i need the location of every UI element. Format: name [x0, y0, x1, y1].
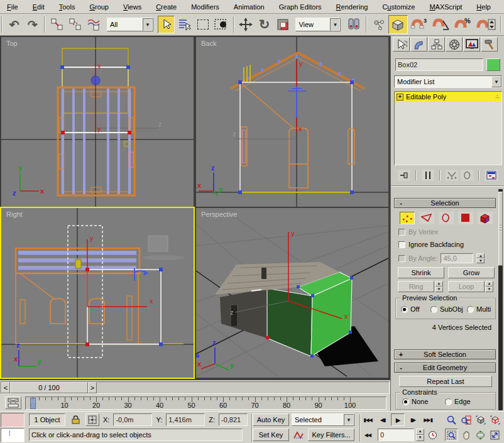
key-filters-button[interactable]: Key Filters...: [308, 429, 354, 441]
angle-snap-button[interactable]: [431, 16, 452, 33]
set-key-button[interactable]: Set Key: [253, 429, 289, 441]
min-max-toggle-button[interactable]: [488, 429, 501, 441]
auto-key-button[interactable]: Auto Key: [253, 413, 289, 426]
selection-lock-button[interactable]: [69, 413, 82, 426]
zoom-region-button[interactable]: [445, 429, 458, 441]
maxscript-listener-white[interactable]: |: [1, 428, 25, 442]
tab-utilities[interactable]: [481, 37, 498, 52]
z-coord-input[interactable]: [221, 416, 245, 424]
object-name-field[interactable]: [395, 58, 483, 71]
zoom-button[interactable]: [445, 413, 458, 426]
select-scale-button[interactable]: [274, 16, 291, 33]
pan-button[interactable]: [459, 429, 473, 441]
y-coord-input[interactable]: [168, 416, 202, 424]
select-rotate-button[interactable]: ↻: [256, 16, 273, 33]
menu-item-tools[interactable]: Tools: [57, 2, 77, 12]
redo-button[interactable]: ↷: [24, 16, 41, 33]
constraints-none-radio[interactable]: [402, 398, 409, 405]
object-color-swatch[interactable]: [486, 58, 500, 71]
by-angle-field[interactable]: [441, 253, 473, 263]
frame-spinner[interactable]: ▲▼: [416, 429, 424, 441]
go-to-end-button[interactable]: ▶▶▮: [421, 413, 435, 426]
coord-system-dropdown[interactable]: View ▼: [295, 18, 341, 31]
toolbar-handle[interactable]: [1, 16, 3, 33]
tab-hierarchy[interactable]: [428, 37, 445, 52]
menu-item-edit[interactable]: Edit: [31, 2, 47, 12]
z-coord-field[interactable]: [219, 413, 248, 426]
time-prev-button[interactable]: <: [1, 382, 10, 393]
absolute-offset-toggle[interactable]: [85, 413, 99, 426]
polygon-mode-button[interactable]: [458, 212, 473, 224]
menu-item-group[interactable]: Group: [87, 2, 111, 12]
configure-modifier-sets-button[interactable]: [485, 170, 498, 181]
border-mode-button[interactable]: [439, 212, 454, 224]
zoom-extents-all-button[interactable]: [488, 413, 501, 426]
by-angle-input[interactable]: [443, 254, 471, 262]
grow-button[interactable]: Grow: [448, 267, 495, 278]
maxscript-listener-pink[interactable]: [1, 413, 25, 427]
arc-rotate-button[interactable]: [474, 429, 487, 441]
select-manipulate-button[interactable]: [370, 16, 387, 33]
bind-spacewarp-button[interactable]: [85, 16, 102, 33]
unlink-button[interactable]: [67, 16, 84, 33]
rectangular-selection-button[interactable]: [194, 16, 211, 33]
loop-button[interactable]: Loop: [448, 281, 485, 292]
zoom-all-button[interactable]: [459, 413, 473, 426]
preview-multi-radio[interactable]: [467, 306, 474, 313]
tab-display[interactable]: [463, 37, 480, 52]
panel-scrollbar-thumb[interactable]: [498, 192, 503, 266]
select-object-button[interactable]: [158, 16, 175, 33]
preview-subobj-radio[interactable]: [430, 306, 437, 313]
preview-off-radio[interactable]: [401, 306, 408, 313]
current-frame-field[interactable]: [378, 429, 414, 441]
stack-item-editable-poly[interactable]: + Editable Poly ∴: [395, 92, 501, 102]
constraints-edge-radio[interactable]: [445, 398, 452, 405]
show-end-result-button[interactable]: [422, 170, 434, 181]
default-tangent-button[interactable]: [292, 429, 305, 441]
menu-item-rendering[interactable]: Rendering: [334, 2, 370, 12]
zoom-extents-button[interactable]: [474, 413, 487, 426]
tab-motion[interactable]: [446, 37, 463, 52]
pin-stack-button[interactable]: [398, 170, 410, 181]
menu-item-customize[interactable]: Customize: [380, 2, 417, 12]
selection-filter-dropdown[interactable]: All ▼: [107, 18, 153, 31]
menu-item-file[interactable]: File: [5, 2, 20, 12]
by-vertex-checkbox[interactable]: [398, 229, 405, 236]
modifier-list-dropdown[interactable]: Modifier List ▼: [394, 75, 502, 88]
rollout-soft-selection-header[interactable]: + Soft Selection: [394, 349, 496, 359]
by-angle-spinner[interactable]: ▲▼: [476, 253, 485, 263]
time-next-button[interactable]: >: [88, 382, 97, 393]
undo-button[interactable]: ↶: [6, 16, 23, 33]
ring-spinner[interactable]: ▲▼: [435, 281, 443, 292]
element-mode-button[interactable]: [478, 212, 493, 224]
menu-item-views[interactable]: Views: [121, 2, 143, 12]
x-coord-field[interactable]: [113, 413, 152, 426]
ignore-backfacing-checkbox[interactable]: [398, 241, 405, 248]
viewport-right[interactable]: y x z x y Right: [1, 208, 194, 378]
object-name-input[interactable]: [398, 61, 481, 68]
by-angle-checkbox[interactable]: [398, 255, 405, 262]
key-filter-dropdown[interactable]: Selected ▼: [292, 413, 354, 426]
viewport-top[interactable]: z: [1, 37, 194, 207]
current-frame-marker[interactable]: [30, 398, 36, 409]
menu-item-help[interactable]: Help: [474, 2, 493, 12]
mini-curve-editor-button[interactable]: [5, 397, 21, 409]
vertex-mode-button[interactable]: [400, 212, 415, 224]
loop-spinner[interactable]: ▲▼: [485, 281, 493, 292]
menu-item-animation[interactable]: Animation: [232, 2, 266, 12]
modifier-stack[interactable]: + Editable Poly ∴: [394, 91, 502, 165]
y-coord-field[interactable]: [166, 413, 205, 426]
play-button[interactable]: ▶: [391, 413, 405, 426]
remove-modifier-button[interactable]: [461, 170, 473, 181]
select-move-button[interactable]: [238, 16, 255, 33]
repeat-last-button[interactable]: Repeat Last: [399, 376, 492, 387]
viewport-back[interactable]: z y x z x y Back: [196, 37, 388, 207]
rollout-edit-geometry-header[interactable]: - Edit Geometry: [394, 363, 496, 373]
shrink-button[interactable]: Shrink: [398, 267, 444, 278]
time-configuration-button[interactable]: [426, 429, 439, 441]
time-slider-handle[interactable]: 0 / 100: [10, 382, 88, 393]
snaps-3d-button[interactable]: 3: [409, 16, 430, 33]
next-frame-button[interactable]: ▮▶: [406, 413, 420, 426]
make-unique-button[interactable]: [446, 170, 458, 181]
spinner-snap-button[interactable]: [475, 16, 497, 33]
